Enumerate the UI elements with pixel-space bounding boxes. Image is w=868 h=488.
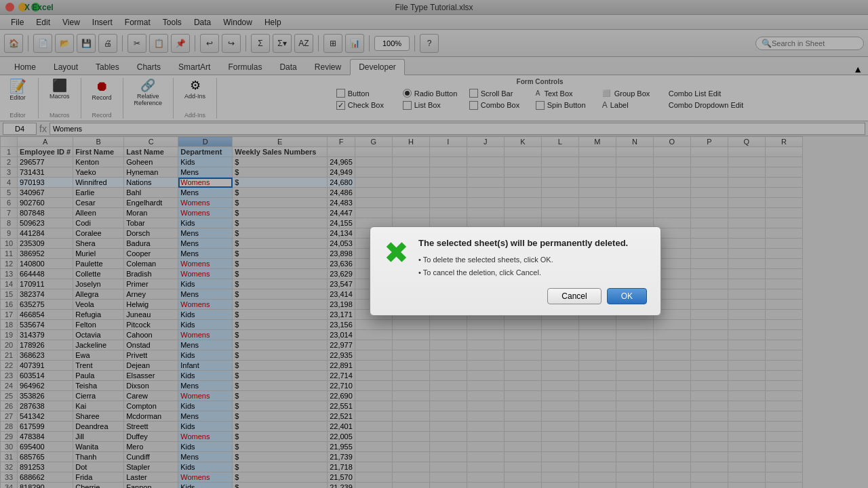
modal-bullets: • To delete the selected sheets, click O…: [418, 253, 647, 279]
modal-inner: ✖ The selected sheet(s) will be permanen…: [384, 238, 647, 279]
modal-bullet-1: • To delete the selected sheets, click O…: [418, 253, 647, 266]
modal-cancel-button[interactable]: Cancel: [547, 288, 601, 304]
modal-overlay: ✖ The selected sheet(s) will be permanen…: [0, 0, 868, 488]
modal-bullet-2: • To cancel the deletion, click Cancel.: [418, 266, 647, 279]
modal-icon: ✖: [384, 238, 409, 268]
modal-dialog: ✖ The selected sheet(s) will be permanen…: [370, 226, 661, 316]
modal-title: The selected sheet(s) will be permanentl…: [418, 238, 647, 248]
modal-ok-button[interactable]: OK: [607, 288, 647, 304]
modal-buttons: Cancel OK: [384, 288, 647, 304]
modal-text: The selected sheet(s) will be permanentl…: [418, 238, 647, 279]
